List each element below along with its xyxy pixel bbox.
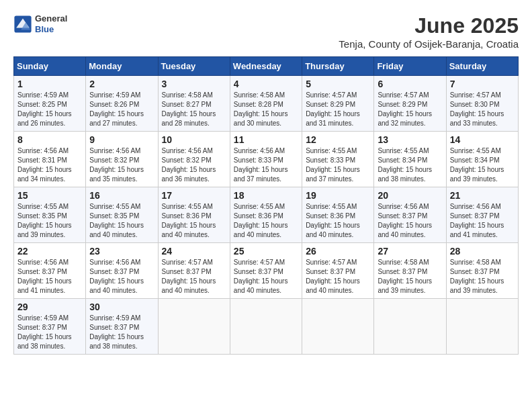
day-number: 19 (306, 190, 370, 201)
day-info: Sunrise: 4:56 AM Sunset: 8:37 PM Dayligh… (89, 258, 154, 295)
calendar-cell (302, 299, 374, 355)
calendar-cell: 25 Sunrise: 4:57 AM Sunset: 8:37 PM Dayl… (230, 243, 302, 299)
day-info: Sunrise: 4:56 AM Sunset: 8:32 PM Dayligh… (89, 146, 154, 184)
calendar-cell: 27 Sunrise: 4:58 AM Sunset: 8:37 PM Dayl… (374, 243, 446, 299)
calendar-cell: 23 Sunrise: 4:56 AM Sunset: 8:37 PM Dayl… (86, 243, 158, 299)
calendar-cell: 8 Sunrise: 4:56 AM Sunset: 8:31 PM Dayli… (14, 132, 86, 187)
day-number: 9 (89, 134, 154, 145)
calendar-cell: 7 Sunrise: 4:57 AM Sunset: 8:30 PM Dayli… (446, 76, 518, 132)
calendar-cell: 1 Sunrise: 4:59 AM Sunset: 8:25 PM Dayli… (14, 76, 86, 132)
day-info: Sunrise: 4:57 AM Sunset: 8:30 PM Dayligh… (450, 91, 515, 128)
day-number: 8 (17, 134, 82, 145)
day-info: Sunrise: 4:56 AM Sunset: 8:32 PM Dayligh… (162, 146, 226, 184)
calendar-cell: 28 Sunrise: 4:58 AM Sunset: 8:37 PM Dayl… (446, 243, 518, 299)
calendar-cell: 17 Sunrise: 4:55 AM Sunset: 8:36 PM Dayl… (158, 187, 230, 243)
day-info: Sunrise: 4:57 AM Sunset: 8:29 PM Dayligh… (378, 91, 442, 128)
day-number: 30 (89, 302, 154, 312)
day-number: 20 (378, 190, 442, 201)
calendar-table: SundayMondayTuesdayWednesdayThursdayFrid… (13, 56, 519, 355)
day-number: 25 (234, 246, 298, 257)
calendar-week-4: 22 Sunrise: 4:56 AM Sunset: 8:37 PM Dayl… (14, 243, 519, 299)
calendar-cell: 30 Sunrise: 4:59 AM Sunset: 8:37 PM Dayl… (86, 299, 158, 355)
day-number: 6 (378, 79, 442, 89)
day-number: 3 (162, 79, 226, 89)
calendar-header-row: SundayMondayTuesdayWednesdayThursdayFrid… (14, 57, 519, 76)
calendar-cell: 26 Sunrise: 4:57 AM Sunset: 8:37 PM Dayl… (302, 243, 374, 299)
day-number: 17 (162, 190, 226, 201)
day-number: 4 (234, 79, 298, 89)
day-number: 7 (450, 79, 515, 89)
calendar-week-2: 8 Sunrise: 4:56 AM Sunset: 8:31 PM Dayli… (14, 132, 519, 187)
weekday-header-friday: Friday (374, 57, 446, 76)
day-info: Sunrise: 4:58 AM Sunset: 8:27 PM Dayligh… (162, 91, 226, 128)
day-info: Sunrise: 4:56 AM Sunset: 8:37 PM Dayligh… (450, 202, 515, 240)
weekday-header-sunday: Sunday (14, 57, 86, 76)
day-number: 10 (162, 134, 226, 145)
day-number: 13 (378, 134, 442, 145)
day-info: Sunrise: 4:59 AM Sunset: 8:25 PM Dayligh… (17, 91, 82, 128)
day-number: 28 (450, 246, 515, 257)
calendar-cell: 9 Sunrise: 4:56 AM Sunset: 8:32 PM Dayli… (86, 132, 158, 187)
calendar-cell: 20 Sunrise: 4:56 AM Sunset: 8:37 PM Dayl… (374, 187, 446, 243)
day-number: 18 (234, 190, 298, 201)
day-info: Sunrise: 4:56 AM Sunset: 8:33 PM Dayligh… (234, 146, 298, 184)
calendar-cell: 16 Sunrise: 4:55 AM Sunset: 8:35 PM Dayl… (86, 187, 158, 243)
weekday-header-monday: Monday (86, 57, 158, 76)
day-number: 24 (162, 246, 226, 257)
calendar-cell: 5 Sunrise: 4:57 AM Sunset: 8:29 PM Dayli… (302, 76, 374, 132)
day-info: Sunrise: 4:57 AM Sunset: 8:37 PM Dayligh… (162, 258, 226, 295)
day-info: Sunrise: 4:55 AM Sunset: 8:34 PM Dayligh… (450, 146, 515, 184)
calendar-cell: 2 Sunrise: 4:59 AM Sunset: 8:26 PM Dayli… (86, 76, 158, 132)
day-info: Sunrise: 4:58 AM Sunset: 8:37 PM Dayligh… (378, 258, 442, 295)
day-info: Sunrise: 4:56 AM Sunset: 8:37 PM Dayligh… (17, 258, 82, 295)
calendar-cell (374, 299, 446, 355)
calendar-cell: 10 Sunrise: 4:56 AM Sunset: 8:32 PM Dayl… (158, 132, 230, 187)
calendar-cell: 19 Sunrise: 4:55 AM Sunset: 8:36 PM Dayl… (302, 187, 374, 243)
logo-line1: General (35, 13, 67, 24)
calendar-cell: 24 Sunrise: 4:57 AM Sunset: 8:37 PM Dayl… (158, 243, 230, 299)
day-info: Sunrise: 4:56 AM Sunset: 8:31 PM Dayligh… (17, 146, 82, 184)
day-info: Sunrise: 4:56 AM Sunset: 8:37 PM Dayligh… (378, 202, 442, 240)
calendar-cell: 14 Sunrise: 4:55 AM Sunset: 8:34 PM Dayl… (446, 132, 518, 187)
logo-line2: Blue (35, 24, 67, 35)
calendar-cell: 4 Sunrise: 4:58 AM Sunset: 8:28 PM Dayli… (230, 76, 302, 132)
day-info: Sunrise: 4:55 AM Sunset: 8:36 PM Dayligh… (234, 202, 298, 240)
calendar-cell: 21 Sunrise: 4:56 AM Sunset: 8:37 PM Dayl… (446, 187, 518, 243)
day-number: 5 (306, 79, 370, 89)
day-info: Sunrise: 4:57 AM Sunset: 8:29 PM Dayligh… (306, 91, 370, 128)
subtitle: Tenja, County of Osijek-Baranja, Croatia (339, 38, 519, 50)
day-number: 23 (89, 246, 154, 257)
calendar-cell: 22 Sunrise: 4:56 AM Sunset: 8:37 PM Dayl… (14, 243, 86, 299)
day-info: Sunrise: 4:55 AM Sunset: 8:35 PM Dayligh… (17, 202, 82, 240)
calendar-week-3: 15 Sunrise: 4:55 AM Sunset: 8:35 PM Dayl… (14, 187, 519, 243)
day-info: Sunrise: 4:55 AM Sunset: 8:36 PM Dayligh… (162, 202, 226, 240)
calendar-cell: 15 Sunrise: 4:55 AM Sunset: 8:35 PM Dayl… (14, 187, 86, 243)
calendar-cell: 6 Sunrise: 4:57 AM Sunset: 8:29 PM Dayli… (374, 76, 446, 132)
day-info: Sunrise: 4:58 AM Sunset: 8:37 PM Dayligh… (450, 258, 515, 295)
logo-icon (13, 15, 32, 34)
day-number: 27 (378, 246, 442, 257)
day-number: 12 (306, 134, 370, 145)
day-info: Sunrise: 4:59 AM Sunset: 8:37 PM Dayligh… (89, 314, 154, 351)
day-number: 14 (450, 134, 515, 145)
title-area: June 2025 Tenja, County of Osijek-Baranj… (339, 13, 519, 50)
calendar-body: 1 Sunrise: 4:59 AM Sunset: 8:25 PM Dayli… (14, 76, 519, 355)
day-info: Sunrise: 4:55 AM Sunset: 8:36 PM Dayligh… (306, 202, 370, 240)
day-number: 29 (17, 302, 82, 312)
day-number: 11 (234, 134, 298, 145)
day-info: Sunrise: 4:55 AM Sunset: 8:34 PM Dayligh… (378, 146, 442, 184)
logo: General Blue (13, 13, 67, 34)
day-info: Sunrise: 4:55 AM Sunset: 8:35 PM Dayligh… (89, 202, 154, 240)
day-number: 15 (17, 190, 82, 201)
calendar-cell (158, 299, 230, 355)
weekday-header-wednesday: Wednesday (230, 57, 302, 76)
day-number: 22 (17, 246, 82, 257)
day-number: 21 (450, 190, 515, 201)
calendar-cell (230, 299, 302, 355)
calendar-cell (446, 299, 518, 355)
day-info: Sunrise: 4:59 AM Sunset: 8:37 PM Dayligh… (17, 314, 82, 351)
main-title: June 2025 (339, 13, 519, 38)
day-info: Sunrise: 4:57 AM Sunset: 8:37 PM Dayligh… (234, 258, 298, 295)
day-info: Sunrise: 4:55 AM Sunset: 8:33 PM Dayligh… (306, 146, 370, 184)
weekday-header-saturday: Saturday (446, 57, 518, 76)
